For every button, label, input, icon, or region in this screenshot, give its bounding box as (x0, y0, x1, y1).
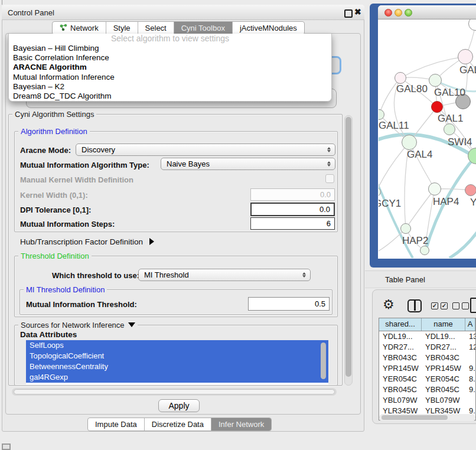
which-threshold-value: MI Threshold (144, 270, 189, 279)
sources-group-title[interactable]: Sources for Network Inference (18, 321, 138, 330)
tab-style-label: Style (113, 24, 131, 32)
settings-horizontal-scrollbar-thumb[interactable] (14, 389, 335, 394)
tab-edge-mark (2, 0, 2, 5)
table-row[interactable]: YBR045CYBR045C9. (379, 384, 475, 395)
attributes-scrollbar[interactable] (321, 343, 326, 379)
minimized-panel-icon[interactable] (2, 444, 11, 450)
stepper-arrows-icon (327, 161, 331, 167)
tab-jactivemnodules[interactable]: jActiveMNodules (233, 22, 304, 34)
collapsed-arrow-icon (149, 238, 154, 245)
table-row[interactable]: YER054CYER054C8. (379, 374, 475, 384)
column-header-partial[interactable]: A (465, 318, 475, 331)
network-node-label: GAL1 (438, 113, 463, 125)
table-cell: YBR043C (422, 353, 465, 363)
network-node[interactable] (400, 223, 411, 234)
export-table-icon[interactable] (470, 298, 476, 313)
window-minimize-icon[interactable] (395, 9, 402, 17)
mi-threshold-label: Mutual Information Threshold: (26, 300, 137, 309)
network-node[interactable] (402, 135, 417, 150)
manual-kernel-width-checkbox[interactable] (325, 174, 334, 183)
table-cell: YER054C (422, 374, 465, 384)
table-cell: 12 (465, 342, 475, 353)
tab-infer-network[interactable]: Infer Network (211, 418, 271, 431)
algorithm-dropdown-prompt: Select algorithm to view settings (9, 34, 331, 44)
tab-network[interactable]: Network (53, 22, 106, 34)
close-icon[interactable]: ✖ (354, 7, 361, 17)
table-cell: YDR27... (379, 342, 422, 353)
column-header-name[interactable]: name (422, 318, 465, 331)
tab-discretize-data[interactable]: Discretize Data (145, 418, 211, 431)
float-window-icon[interactable] (344, 9, 353, 18)
data-attributes-list[interactable]: SelfLoopsTopologicalCoefficientBetweenne… (26, 340, 328, 385)
mi-algorithm-type-label: Mutual Information Algorithm Type: (20, 161, 149, 169)
table-row[interactable]: YDL19...YDL19...13 (379, 331, 475, 342)
window-close-icon[interactable] (384, 9, 392, 17)
network-node[interactable] (465, 184, 476, 196)
threshold-definition-title: Threshold Definition (18, 252, 92, 260)
mi-algorithm-type-combobox[interactable]: Naive Bayes (161, 158, 335, 170)
network-node[interactable] (428, 182, 441, 195)
algorithm-dropdown-list[interactable]: Select algorithm to view settings Bayesi… (8, 34, 332, 102)
tab-impute-data-label: Impute Data (95, 420, 137, 429)
tab-style[interactable]: Style (106, 22, 138, 34)
apply-button[interactable]: Apply (158, 399, 200, 412)
table-row[interactable]: YBL079WYBL079W (379, 395, 475, 406)
network-icon (60, 24, 67, 33)
network-node-label: GAL80 (396, 83, 428, 95)
control-panel-titlebar (2, 5, 364, 20)
deselect-all-icon[interactable] (462, 302, 469, 309)
network-node-label: HAP4 (433, 196, 459, 208)
settings-vertical-scrollbar-thumb[interactable] (345, 117, 351, 377)
algorithm-option[interactable]: Basic Correlation Inference (9, 53, 331, 63)
network-window-titlebar[interactable] (378, 5, 476, 19)
column-header-shared[interactable]: shared... (379, 318, 422, 331)
tab-cyni-toolbox[interactable]: Cyni Toolbox (174, 22, 233, 34)
table-header: shared... name A (379, 318, 475, 331)
hub-definition-toggle[interactable]: Hub/Transcription Factor Definition (20, 236, 154, 247)
table-row[interactable]: YPR145WYPR145W9. (379, 363, 475, 374)
attribute-list-item[interactable]: SelfLoops (26, 340, 328, 351)
algorithm-option[interactable]: Dream8 DC_TDC Algorithm (9, 92, 331, 101)
cyni-mode-tabbar: Impute Data Discretize Data Infer Networ… (87, 418, 272, 431)
select-all-icon[interactable]: ✓ (431, 302, 438, 309)
table-cell: 13 (465, 331, 475, 342)
column-view-icon[interactable] (407, 299, 422, 312)
attribute-list-item[interactable]: TopologicalCoefficient (26, 351, 328, 361)
which-threshold-combobox[interactable]: MI Threshold (138, 269, 311, 281)
network-node[interactable] (431, 101, 443, 113)
gear-icon[interactable]: ⚙ (383, 298, 395, 311)
table-cell: YPR145W (422, 363, 465, 374)
algorithm-option[interactable]: ARACNE Algorithm (9, 63, 331, 72)
network-node[interactable] (444, 123, 455, 135)
window-zoom-icon[interactable] (405, 9, 412, 17)
tab-impute-data[interactable]: Impute Data (88, 418, 145, 431)
kernel-width-label: Kernel Width (0,1): (20, 191, 88, 200)
network-node[interactable] (420, 246, 429, 255)
table-row[interactable]: YBR043CYBR043C (379, 353, 475, 363)
network-node-label: SWI4 (448, 136, 472, 148)
mi-steps-field[interactable]: 6 (250, 217, 335, 230)
attribute-list-item[interactable]: BetweennessCentrality (26, 361, 328, 372)
network-node[interactable] (429, 74, 442, 87)
tab-select-label: Select (145, 24, 167, 32)
deselect-all-icon[interactable] (452, 302, 459, 309)
table-cell: YBR043C (379, 353, 422, 363)
aracne-mode-combobox[interactable]: Discovery (76, 144, 335, 156)
table-row[interactable]: YDR27...YDR27...12 (379, 342, 475, 353)
mi-threshold-field[interactable]: 0.5 (248, 297, 330, 311)
algorithm-option[interactable]: Bayesian – Hill Climbing (9, 44, 331, 53)
algorithm-option[interactable]: Mutual Information Inference (9, 73, 331, 82)
network-node[interactable] (458, 49, 473, 64)
table-horizontal-scrollbar-thumb[interactable] (382, 415, 448, 420)
dpi-tolerance-field[interactable]: 0.0 (250, 203, 335, 216)
kernel-width-field[interactable]: 0.0 (250, 188, 335, 201)
table-body: YDL19...YDL19...13YDR27...YDR27...12YBR0… (379, 331, 475, 420)
attribute-list-item[interactable]: gal4RGexp (26, 372, 328, 383)
network-canvas[interactable]: GALGAL80GAL10GAL11GAL1SWI4GAL4GCY1HAP4YH… (379, 19, 476, 258)
table-cell (465, 353, 475, 363)
tab-select[interactable]: Select (138, 22, 174, 34)
mi-algorithm-type-value: Naive Bayes (167, 159, 210, 168)
algorithm-option[interactable]: Bayesian – K2 (9, 82, 331, 92)
select-all-icon[interactable]: ✓ (441, 302, 448, 309)
network-node[interactable] (395, 72, 406, 84)
